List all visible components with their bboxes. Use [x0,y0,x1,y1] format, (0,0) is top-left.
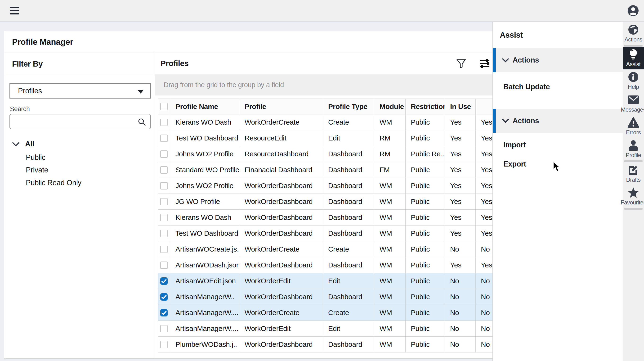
filter-panel-header: Filter By [4,53,155,75]
assist-panel-header: Assist [493,22,623,48]
cell-profile: ResourceDashboard [239,146,323,162]
cell-in-use: Yes [445,194,476,209]
cell-module: WM [374,114,406,130]
cell-profile-name: Johns WO2 Profile [170,178,239,194]
user-avatar-icon[interactable] [628,5,639,16]
tree-node-all-label: All [25,140,34,148]
row-checkbox[interactable] [160,214,168,221]
filter-panel: Filter By Profiles Search All Public Pri… [4,53,155,358]
col-profile-name[interactable]: Profile Name [170,99,239,114]
filter-funnel-icon[interactable] [456,59,466,69]
assist-section-actions-2[interactable]: Actions [493,109,623,133]
cell-module: WM [374,321,406,336]
col-in-use[interactable]: In Use [445,99,476,114]
envelope-icon [628,94,639,105]
select-all-checkbox[interactable] [160,103,168,110]
cell-profile-name: ArtisanManagerW.. [170,289,239,305]
assist-action-batch-update[interactable]: Batch Update [503,83,550,91]
info-icon [628,71,639,83]
row-checkbox[interactable] [160,166,168,174]
profiles-panel-title: Profiles [160,53,189,74]
cell-profile: ResourceEdit [239,130,323,146]
cell-restriction: Public [406,336,445,352]
cell-module: WM [374,289,406,305]
cell-profile: WorkOrderEdit [239,321,323,336]
row-checkbox[interactable] [160,135,168,142]
row-checkbox[interactable] [160,246,168,253]
search-input[interactable] [13,115,134,128]
cell-profile: WorkOrderDashboard [239,225,323,241]
assist-panel: Assist Actions Batch Update Actions Impo… [492,22,623,361]
section-accent-bar [493,109,496,133]
col-profile[interactable]: Profile [239,99,323,114]
assist-section-actions-1[interactable]: Actions [493,48,623,72]
tree-item-public-read-only[interactable]: Public Read Only [26,179,82,187]
row-checkbox[interactable] [160,150,168,158]
rail-item-profile[interactable]: Profile [623,138,644,160]
menu-icon[interactable] [10,7,19,15]
cell-profile: WorkOrderDashboard [239,210,323,225]
cell-profile-name: Kierans WO Dash [170,114,239,130]
cell-in-use: Yes [445,146,476,162]
row-checkbox[interactable] [160,119,168,126]
cell-profile: WorkOrderDashboard [239,194,323,209]
search-icon[interactable] [138,118,146,126]
cell-in-use: No [445,321,476,336]
chevron-down-icon [138,90,144,94]
assist-section-label: Actions [512,117,539,125]
row-checkbox[interactable] [160,182,168,189]
rail-item-messages[interactable]: Messages [623,92,644,115]
cell-profile-name: JG WO Profile [170,194,239,209]
page-title: Profile Manager [12,31,73,53]
cell-profile: WorkOrderCreate [239,305,323,320]
cell-restriction: Public [406,130,445,146]
assist-action-import[interactable]: Import [503,141,526,149]
top-bar [0,0,644,22]
row-checkbox[interactable] [160,230,168,237]
tree-item-public[interactable]: Public [26,153,46,162]
rail-divider [624,45,642,47]
cell-profile-type: Dashboard [323,194,374,209]
cell-in-use: Yes [445,210,476,225]
cell-module: RM [374,130,406,146]
col-module[interactable]: Module [374,99,406,114]
rail-divider [624,208,642,210]
cell-restriction: Public [406,210,445,225]
cell-in-use: Yes [445,162,476,178]
row-checkbox[interactable] [160,341,168,348]
dropdown-value: Profiles [18,84,42,98]
cell-profile-name: ArtisanWOCreate.js.. [170,241,239,257]
section-accent-bar [493,48,496,72]
chevron-down-icon [12,141,20,147]
rail-item-favourites[interactable]: Favourites [623,185,644,208]
row-checkbox[interactable] [160,261,168,269]
cell-restriction: Public [406,241,445,257]
assist-section-label: Actions [512,56,539,65]
column-settings-sliders-icon[interactable] [480,59,490,69]
cell-in-use: Yes [445,130,476,146]
cell-restriction: Public [406,162,445,178]
cell-restriction: Public [406,305,445,320]
row-checkbox[interactable] [160,198,168,205]
tree-item-private[interactable]: Private [26,166,48,174]
cell-module: WM [374,336,406,352]
row-checkbox[interactable] [160,293,168,301]
row-checkbox[interactable] [160,325,168,332]
cell-profile-type: Dashboard [323,336,374,352]
cell-module: WM [374,305,406,320]
rail-item-actions[interactable]: Actions [623,22,644,45]
col-profile-type[interactable]: Profile Type [323,99,374,114]
filter-type-dropdown[interactable]: Profiles [10,83,151,99]
rail-item-assist[interactable]: Assist [623,47,644,69]
assist-action-export[interactable]: Export [503,160,526,168]
row-checkbox[interactable] [160,277,168,285]
cell-restriction: Public Re.. [406,146,445,162]
cell-restriction: Public [406,289,445,305]
row-checkbox[interactable] [160,309,168,316]
col-restriction[interactable]: Restriction [406,99,445,114]
cell-profile-type: Dashboard [323,289,374,305]
rail-item-help[interactable]: Help [623,69,644,92]
rail-item-errors[interactable]: Errors [623,115,644,138]
rail-item-drafts[interactable]: Drafts [623,162,644,185]
tree-node-all[interactable]: All [12,138,34,150]
